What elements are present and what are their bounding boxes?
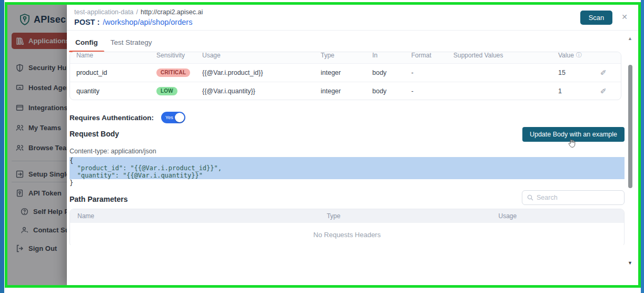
col-header-supported-values: Supported Values	[447, 52, 552, 61]
sensitivity-badge: CRITICAL	[156, 69, 190, 77]
screenshot-frame: APIsec Applications Security Hub	[0, 0, 644, 293]
close-icon[interactable]: ✕	[621, 13, 628, 21]
col-header-type: Type	[319, 212, 491, 220]
sensitivity-badge: LOW	[156, 87, 177, 95]
path-parameters-title: Path Parameters	[70, 195, 128, 203]
modal-header: test-application-data/http://crapi2.apis…	[67, 5, 638, 31]
param-type: integer	[314, 82, 366, 100]
code-line: {	[70, 157, 625, 164]
toggle-knob	[175, 113, 184, 122]
table-header-row: Name Type Usage	[70, 209, 624, 223]
breadcrumb-project[interactable]: test-application-data	[74, 8, 134, 16]
param-type: integer	[314, 64, 366, 82]
left-edge-stripe	[0, 0, 4, 293]
scan-button[interactable]: Scan	[580, 11, 612, 25]
col-header-name: Name	[70, 52, 150, 61]
app-window: APIsec Applications Security Hub	[7, 5, 638, 285]
table-header-row: Name Sensitivity Usage Type In Format Su…	[70, 52, 621, 64]
breadcrumb-separator: /	[136, 8, 138, 16]
auth-toggle[interactable]: Yes	[161, 112, 185, 123]
request-body-editor[interactable]: { "product_id": "{{@Var.i.product_id}}",…	[70, 157, 625, 187]
path-params-search	[522, 190, 625, 205]
param-in: body	[366, 64, 405, 82]
tab-bar: Config Test Strategy	[69, 34, 158, 52]
param-in: body	[366, 82, 405, 100]
search-input[interactable]	[537, 191, 621, 204]
tab-config[interactable]: Config	[69, 34, 104, 52]
param-format: -	[405, 64, 447, 82]
param-usage: {{@Var.i.product_id}}	[196, 64, 314, 82]
right-edge-stripe	[641, 0, 644, 293]
param-supported-values	[447, 82, 552, 100]
endpoint-title: POST:/workshop/api/shop/orders	[74, 18, 192, 26]
param-supported-values	[447, 64, 552, 82]
scrollbar-thumb[interactable]	[628, 65, 632, 188]
endpoint-modal: test-application-data/http://crapi2.apis…	[67, 5, 638, 285]
content-type-label: Content-type: application/json	[70, 148, 156, 155]
path-parameters-table: Name Type Usage No Requests Headers	[70, 209, 625, 245]
param-value: 1	[552, 82, 594, 100]
col-header-type: Type	[314, 52, 366, 61]
table-row: quantity LOW {{@Var.i.quantity}} integer…	[70, 82, 621, 100]
info-icon: ⓘ	[576, 52, 582, 59]
mouse-cursor-icon	[568, 139, 577, 150]
modal-backdrop	[7, 5, 67, 285]
requires-authentication-row: Requires Authentication: Yes	[70, 112, 185, 123]
empty-state-text: No Requests Headers	[70, 223, 624, 245]
code-line: }	[70, 179, 625, 187]
tab-test-strategy[interactable]: Test Strategy	[104, 34, 158, 52]
col-header-value: Value ⓘ	[552, 52, 594, 61]
col-header-in: In	[366, 52, 405, 61]
edit-icon[interactable]: ✐	[600, 87, 607, 95]
breadcrumb: test-application-data/http://crapi2.apis…	[74, 8, 203, 16]
table-row: product_id CRITICAL {{@Var.i.product_id}…	[70, 64, 621, 82]
breadcrumb-host: http://crapi2.apisec.ai	[141, 8, 203, 16]
request-body-title: Request Body	[70, 130, 119, 138]
param-value: 15	[552, 64, 594, 82]
endpoint-separator: :	[97, 18, 100, 26]
scroll-up-icon[interactable]: ▲	[628, 36, 632, 41]
col-header-name: Name	[70, 212, 319, 220]
search-icon	[527, 194, 533, 201]
col-header-value-label: Value	[558, 52, 574, 59]
param-format: -	[405, 82, 447, 100]
scroll-down-icon[interactable]: ▼	[628, 260, 632, 266]
col-header-usage: Usage	[196, 52, 314, 61]
endpoint-path: /workshop/api/shop/orders	[103, 18, 192, 26]
param-name: product_id	[70, 64, 150, 82]
http-method: POST	[74, 18, 95, 26]
edit-icon[interactable]: ✐	[600, 69, 607, 77]
col-header-sensitivity: Sensitivity	[150, 52, 196, 61]
col-header-format: Format	[405, 52, 447, 61]
code-line: "quantity": "{{@Var.i.quantity}}"	[70, 172, 625, 179]
param-usage: {{@Var.i.quantity}}	[196, 82, 314, 100]
parameters-table: Name Sensitivity Usage Type In Format Su…	[70, 52, 621, 100]
modal-scrollbar: ▲ ▼	[627, 34, 633, 281]
requires-authentication-label: Requires Authentication:	[70, 114, 154, 122]
code-line: "product_id": "{{@Var.i.product_id}}",	[70, 164, 625, 172]
modal-body: Config Test Strategy Name Sensitivity Us…	[67, 31, 638, 245]
toggle-state-label: Yes	[165, 115, 173, 120]
param-name: quantity	[70, 82, 150, 100]
col-header-usage: Usage	[491, 212, 624, 220]
